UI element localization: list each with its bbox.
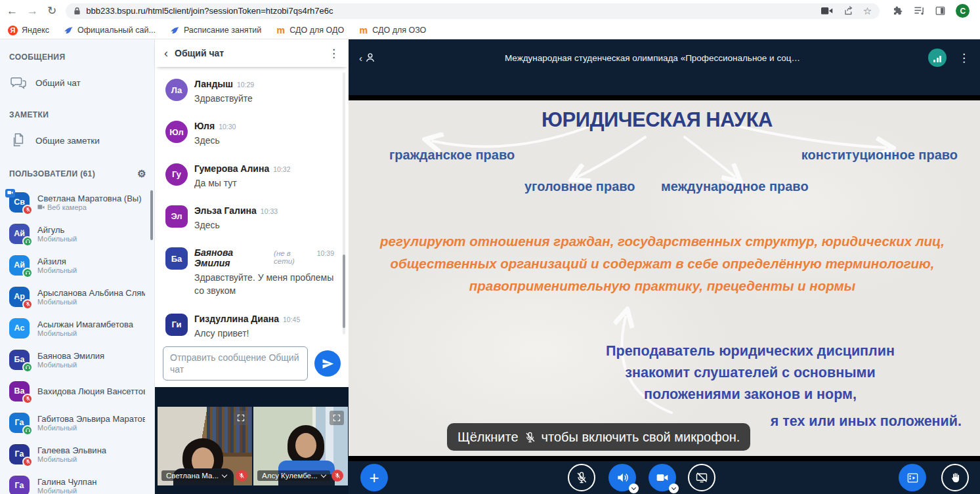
bbb-app: СООБЩЕНИЯ Общий чат ЗАМЕТКИ Общие заметк… xyxy=(0,39,980,494)
forward-icon[interactable]: → xyxy=(27,5,38,18)
bookmark-schedule[interactable]: Расписание занятий xyxy=(170,26,261,35)
user-status: Мобильный xyxy=(37,487,96,494)
avatar: Ла xyxy=(165,79,188,101)
webcam-icon xyxy=(37,204,45,210)
user-name: Асылжан Имагамбетова xyxy=(37,319,133,329)
user-status: Мобильный xyxy=(37,455,106,463)
bookmark-sdo-ozo[interactable]: mСДО для ОЗО xyxy=(358,26,426,35)
user-list-item[interactable]: Га Галина Чулпан Мобильный xyxy=(0,470,154,494)
sidebar-item-public-chat[interactable]: Общий чат xyxy=(0,68,154,97)
user-list-item[interactable]: Св Светлана Маратовна (Вы) Веб камера xyxy=(0,186,154,218)
user-list-item[interactable]: Ар Арысланова Альбина Слямовн Мобильный xyxy=(0,281,154,312)
reading-list-icon[interactable] xyxy=(914,6,925,16)
notes-section-header: ЗАМЕТКИ xyxy=(0,97,154,126)
chat-options-icon[interactable]: ⋮ xyxy=(328,47,339,60)
public-chat-label: Общий чат xyxy=(35,78,81,88)
user-list-item[interactable]: Ас Асылжан Имагамбетова Мобильный xyxy=(0,312,154,344)
user-name: Айгуль xyxy=(37,225,77,235)
offline-label: (не в сети) xyxy=(274,249,313,265)
user-name: Вахидова Люция Вансеттовна xyxy=(37,386,145,396)
connection-status-icon[interactable] xyxy=(928,49,947,67)
address-bar[interactable]: bbb233.bspu.ru/html5client/join?sessionT… xyxy=(66,3,880,19)
webcam-name-dropdown[interactable]: Светлана Ма... xyxy=(161,470,231,481)
audio-options-chevron[interactable] xyxy=(629,484,639,493)
bookmark-star-icon[interactable]: ☆ xyxy=(863,5,872,17)
avatar: Га xyxy=(9,444,30,464)
chat-scrollbar[interactable] xyxy=(343,255,345,328)
listen-only-badge xyxy=(22,362,33,373)
muted-mic-icon xyxy=(575,471,588,484)
message-author: Ландыш xyxy=(194,79,233,89)
chat-message-input[interactable] xyxy=(163,346,308,381)
fullscreen-icon[interactable] xyxy=(234,411,248,425)
webcam-name-dropdown[interactable]: Алсу Кулембе... xyxy=(257,470,330,481)
screenshare-button[interactable] xyxy=(688,464,715,491)
slide-orange-text: общественных организаций и содержат в се… xyxy=(390,256,934,272)
webcam-area: Светлана Ма... Алсу Кулембе... xyxy=(155,387,349,494)
extensions-icon[interactable] xyxy=(893,6,903,16)
presentation-icon xyxy=(906,472,919,484)
bird-icon xyxy=(170,26,180,35)
chat-back-icon[interactable]: ‹ xyxy=(164,47,168,60)
chevron-down-icon xyxy=(222,472,227,477)
message-time: 10:29 xyxy=(237,81,254,89)
message-author: Юля xyxy=(194,121,215,131)
unmute-microphone-button[interactable] xyxy=(568,464,595,491)
user-list-item[interactable]: Ба Баянова Эмилия Мобильный xyxy=(0,344,154,375)
webcam-tile[interactable]: Алсу Кулембе... xyxy=(253,407,348,485)
slide-title: ЮРИДИЧЕСКАЯ НАУКА xyxy=(542,108,773,132)
toggle-userlist-button[interactable]: ‹ xyxy=(359,51,377,64)
share-icon[interactable] xyxy=(843,6,854,16)
action-bar: + xyxy=(349,461,980,494)
user-list-item[interactable]: Ва Вахидова Люция Вансеттовна xyxy=(0,375,154,407)
webcam-options-chevron[interactable] xyxy=(669,484,679,493)
hand-icon xyxy=(949,472,962,484)
chat-message: Ла Ландыш 10:29 Здравствуйте xyxy=(165,79,334,105)
back-icon[interactable]: ← xyxy=(7,5,18,18)
side-panel-icon[interactable] xyxy=(935,6,945,16)
fullscreen-icon[interactable] xyxy=(330,411,344,425)
send-message-button[interactable] xyxy=(314,350,341,377)
message-text: Здесь xyxy=(194,218,278,232)
muted-mic-badge xyxy=(236,470,247,482)
user-name: Айзиля xyxy=(37,257,77,266)
message-author: Гиздуллина Диана xyxy=(194,314,279,324)
camera-permission-icon[interactable] xyxy=(821,7,833,15)
user-list-item[interactable]: Ай Айгуль Мобильный xyxy=(0,218,154,249)
user-list-item[interactable]: Ай Айзиля Мобильный xyxy=(0,249,154,281)
slide-blue-text: положениями законов и норм, xyxy=(644,386,857,403)
actions-plus-button[interactable]: + xyxy=(360,464,388,491)
speaker-icon xyxy=(616,471,629,484)
webcam-tile[interactable]: Светлана Ма... xyxy=(158,407,252,485)
reload-icon[interactable]: ↻ xyxy=(47,4,56,18)
webcam-button[interactable] xyxy=(649,464,676,491)
user-list-item[interactable]: Га Галеева Эльвина Мобильный xyxy=(0,438,154,470)
users-scrollbar[interactable] xyxy=(150,190,153,240)
restore-presentation-button[interactable] xyxy=(899,464,926,491)
bookmark-sdo-odo[interactable]: mСДО для ОДО xyxy=(276,26,344,35)
slide-branch-label: уголовное право xyxy=(524,179,635,194)
raise-hand-button[interactable] xyxy=(941,464,969,491)
slide-orange-text: регулируют отношения граждан, государств… xyxy=(380,234,945,249)
bookmark-yandex[interactable]: ЯЯндекс xyxy=(8,26,49,35)
avatar: Ай xyxy=(9,224,30,244)
meeting-options-icon[interactable]: ⋮ xyxy=(958,51,969,65)
avatar: Ас xyxy=(9,318,30,339)
profile-avatar[interactable]: C xyxy=(956,4,969,18)
chrome-actions: C ⋮ xyxy=(893,4,980,18)
manage-users-gear-icon[interactable]: ⚙ xyxy=(137,168,146,180)
meeting-title: Международная студенческая олимпиада «Пр… xyxy=(377,53,928,63)
user-status: Мобильный xyxy=(37,361,104,369)
user-name: Арысланова Альбина Слямовн xyxy=(37,288,145,298)
chat-title: Общий чат xyxy=(175,48,322,58)
message-text: Да мы тут xyxy=(194,176,290,190)
user-list-item[interactable]: Га Габитова Эльвира Маратовна Мобильный xyxy=(0,407,154,438)
avatar: Гу xyxy=(165,163,188,186)
avatar: Ба xyxy=(9,350,30,370)
user-name: Баянова Эмилия xyxy=(37,351,104,361)
sidebar-item-shared-notes[interactable]: Общие заметки xyxy=(0,126,154,155)
bookmark-official-site[interactable]: Официальный сай... xyxy=(64,26,156,35)
paper-plane-icon xyxy=(322,358,334,370)
leave-audio-button[interactable] xyxy=(608,464,636,491)
avatar: Ай xyxy=(9,255,30,276)
